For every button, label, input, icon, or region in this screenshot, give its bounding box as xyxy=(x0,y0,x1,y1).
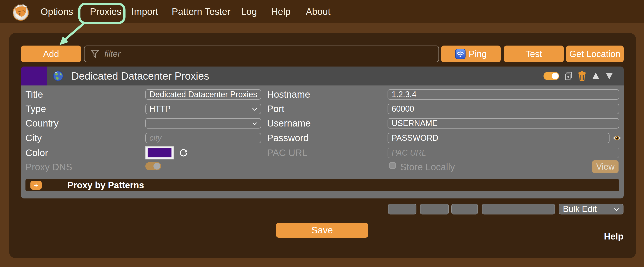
blank-button-1[interactable] xyxy=(388,204,416,214)
proxy-dns-label: Proxy DNS xyxy=(26,162,72,172)
type-select-value: HTTP xyxy=(150,104,170,114)
nav-item-about[interactable]: About xyxy=(306,0,330,23)
blank-button-wide[interactable] xyxy=(482,204,555,214)
proxy-card-body: Title Type HTTP Country City Color Proxy… xyxy=(21,86,624,198)
duplicate-icon[interactable] xyxy=(565,72,572,80)
type-label: Type xyxy=(26,104,46,114)
proxy-color-swatch xyxy=(21,67,47,86)
chevron-down-icon xyxy=(252,108,257,111)
move-down-icon[interactable] xyxy=(605,72,613,80)
city-input[interactable] xyxy=(145,133,261,143)
add-button[interactable]: Add xyxy=(21,46,81,62)
add-pattern-button[interactable]: + xyxy=(30,181,42,190)
type-select[interactable]: HTTP xyxy=(145,104,261,114)
nav-item-options[interactable]: Options xyxy=(40,0,73,23)
top-nav-bar: Options Proxies Import Pattern Tester Lo… xyxy=(0,0,644,23)
username-label: Username xyxy=(267,118,311,129)
ping-label: Ping xyxy=(469,49,487,59)
filter-icon xyxy=(90,49,99,58)
wifi-icon xyxy=(455,49,466,59)
proxy-enabled-toggle[interactable] xyxy=(544,72,559,80)
save-button[interactable]: Save xyxy=(276,223,368,238)
hostname-input[interactable] xyxy=(388,89,619,100)
proxy-dns-toggle[interactable] xyxy=(145,162,161,170)
nav-item-help[interactable]: Help xyxy=(271,0,290,23)
hostname-label: Hostname xyxy=(267,89,310,100)
country-label: Country xyxy=(26,118,58,129)
port-label: Port xyxy=(267,104,284,114)
trash-icon[interactable] xyxy=(578,71,586,81)
chevron-down-icon xyxy=(252,122,257,125)
test-button[interactable]: Test xyxy=(504,46,564,62)
bulk-edit-label: Bulk Edit xyxy=(563,204,597,214)
proxy-card-tools xyxy=(544,67,613,86)
title-label: Title xyxy=(26,89,43,100)
help-link[interactable]: Help xyxy=(604,231,624,241)
country-select[interactable] xyxy=(145,118,261,129)
city-label: City xyxy=(26,133,42,143)
get-location-button[interactable]: Get Location xyxy=(566,46,624,62)
color-label: Color xyxy=(26,148,48,158)
nav-item-log[interactable]: Log xyxy=(241,0,257,23)
move-up-icon[interactable] xyxy=(592,72,600,80)
title-input[interactable] xyxy=(145,89,261,100)
color-picker-swatch xyxy=(148,148,172,157)
blank-button-2[interactable] xyxy=(420,204,449,214)
blank-button-3[interactable] xyxy=(451,204,478,214)
color-picker[interactable] xyxy=(145,146,174,159)
proxy-by-patterns-bar: + Proxy by Patterns xyxy=(26,179,619,191)
password-input[interactable] xyxy=(388,133,610,143)
bulk-edit-select[interactable]: Bulk Edit xyxy=(559,204,624,214)
eye-icon[interactable] xyxy=(613,135,621,141)
view-button[interactable]: View xyxy=(592,160,618,173)
nav-item-import[interactable]: Import xyxy=(131,0,158,23)
store-locally-checkbox[interactable] xyxy=(389,162,396,169)
filter-field-wrap xyxy=(84,46,439,62)
password-label: Password xyxy=(267,133,308,143)
chevron-down-icon xyxy=(614,208,619,211)
port-input[interactable] xyxy=(388,104,619,114)
username-input[interactable] xyxy=(388,118,619,129)
proxies-panel: Add Ping Test Get Location xyxy=(9,33,636,258)
proxy-card-title: Dedicated Datacenter Proxies xyxy=(72,67,209,86)
ping-button[interactable]: Ping xyxy=(441,46,501,62)
foxyproxy-logo xyxy=(12,3,29,21)
nav-item-pattern-tester[interactable]: Pattern Tester xyxy=(172,0,230,23)
globe-icon xyxy=(53,71,63,81)
nav-item-proxies[interactable]: Proxies xyxy=(90,0,122,23)
proxy-by-patterns-label: Proxy by Patterns xyxy=(67,179,144,191)
proxy-card-header: Dedicated Datacenter Proxies xyxy=(21,67,624,86)
filter-input[interactable] xyxy=(84,46,439,62)
store-locally-label: Store Locally xyxy=(400,162,455,172)
pac-url-input[interactable] xyxy=(388,148,619,158)
pac-url-label: PAC URL xyxy=(267,148,307,158)
reset-color-icon[interactable] xyxy=(179,148,188,158)
